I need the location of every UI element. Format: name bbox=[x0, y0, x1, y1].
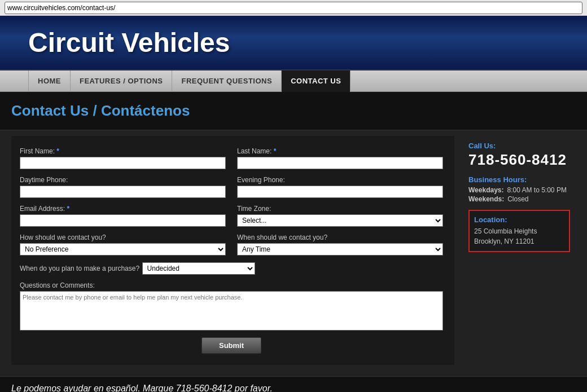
location-label: Location: bbox=[474, 215, 564, 224]
page-title: Contact Us / Contáctenos bbox=[11, 102, 190, 119]
submit-button[interactable]: Submit bbox=[201, 337, 261, 354]
hours-label: Business Hours: bbox=[468, 175, 570, 184]
evening-phone-input[interactable] bbox=[237, 186, 443, 198]
purchase-select[interactable]: Undecided Within 1 Month 1-3 Months 3-6 … bbox=[142, 262, 255, 275]
weekdays-row: Weekdays: 8:00 AM to 5:00 PM bbox=[468, 186, 570, 194]
daytime-phone-group: Daytime Phone: bbox=[20, 176, 226, 198]
first-name-group: First Name: * bbox=[20, 147, 226, 169]
address-bar[interactable] bbox=[5, 2, 582, 14]
email-tz-row: Email Address: * Time Zone: Select... bbox=[20, 205, 443, 227]
purchase-group: When do you plan to make a purchase? Und… bbox=[20, 262, 443, 275]
evening-phone-label: Evening Phone: bbox=[237, 176, 443, 184]
browser-bar bbox=[0, 0, 587, 16]
name-row: First Name: * Last Name: * bbox=[20, 147, 443, 169]
email-group: Email Address: * bbox=[20, 205, 226, 227]
phone-row: Daytime Phone: Evening Phone: bbox=[20, 176, 443, 198]
timezone-label: Time Zone: bbox=[237, 205, 443, 213]
submit-row: Submit bbox=[20, 337, 443, 354]
comments-label: Questions or Comments: bbox=[20, 281, 443, 289]
site-title: Circuit Vehicles bbox=[28, 28, 230, 58]
contact-how-group: How should we contact you? No Preference… bbox=[20, 234, 226, 256]
timezone-group: Time Zone: Select... bbox=[237, 205, 443, 227]
sidebar: Call Us: 718-560-8412 Business Hours: We… bbox=[463, 136, 576, 365]
contact-when-group: When should we contact you? Any Time Mor… bbox=[237, 234, 443, 256]
contact-when-select[interactable]: Any Time Morning Afternoon Evening bbox=[237, 243, 443, 256]
page-title-bar: Contact Us / Contáctenos bbox=[0, 92, 587, 130]
header: Circuit Vehicles bbox=[0, 16, 587, 71]
last-name-label: Last Name: * bbox=[237, 147, 443, 155]
nav-faq[interactable]: FREQUENT QUESTIONS bbox=[172, 71, 282, 92]
contact-pref-row: How should we contact you? No Preference… bbox=[20, 234, 443, 256]
address-line1: 25 Columbia Heights bbox=[474, 226, 564, 236]
email-input[interactable] bbox=[20, 214, 226, 227]
first-name-input[interactable] bbox=[20, 157, 226, 169]
evening-phone-group: Evening Phone: bbox=[237, 176, 443, 198]
nav-features[interactable]: FEATURES / OPTIONS bbox=[71, 71, 172, 92]
hours-section: Business Hours: Weekdays: 8:00 AM to 5:0… bbox=[468, 175, 570, 203]
contact-when-label: When should we contact you? bbox=[237, 234, 443, 241]
first-name-label: First Name: * bbox=[20, 147, 226, 155]
purchase-label: When do you plan to make a purchase? bbox=[20, 265, 139, 272]
location-address: 25 Columbia Heights Brooklyn, NY 11201 bbox=[474, 226, 564, 246]
nav-home[interactable]: HOME bbox=[28, 71, 71, 92]
last-name-group: Last Name: * bbox=[237, 147, 443, 169]
form-area: First Name: * Last Name: * Daytime Ph bbox=[11, 136, 454, 365]
email-label: Email Address: * bbox=[20, 205, 226, 213]
timezone-select[interactable]: Select... bbox=[237, 214, 443, 227]
navigation: HOME FEATURES / OPTIONS FREQUENT QUESTIO… bbox=[0, 71, 587, 92]
weekdays-label: Weekdays: bbox=[468, 186, 503, 194]
weekends-hours: Closed bbox=[507, 195, 528, 203]
contact-how-select[interactable]: No Preference Phone Email bbox=[20, 243, 226, 256]
nav-contact[interactable]: CONTACT US bbox=[282, 71, 351, 92]
location-box: Location: 25 Columbia Heights Brooklyn, … bbox=[468, 210, 570, 252]
content: Contact Us / Contáctenos First Name: * bbox=[0, 92, 587, 392]
daytime-phone-input[interactable] bbox=[20, 186, 226, 198]
call-us-label: Call Us: bbox=[468, 142, 570, 150]
weekends-row: Weekends: Closed bbox=[468, 195, 570, 203]
daytime-phone-label: Daytime Phone: bbox=[20, 176, 226, 184]
main-layout: First Name: * Last Name: * Daytime Ph bbox=[0, 130, 587, 376]
comments-group: Questions or Comments: bbox=[20, 281, 443, 331]
weekdays-hours: 8:00 AM to 5:00 PM bbox=[507, 186, 566, 194]
page: Circuit Vehicles HOME FEATURES / OPTIONS… bbox=[0, 16, 587, 392]
comments-textarea[interactable] bbox=[20, 291, 443, 331]
contact-how-label: How should we contact you? bbox=[20, 234, 226, 241]
footer-text: Le podemos ayudar en español. Marque 718… bbox=[11, 384, 273, 392]
phone-number: 718-560-8412 bbox=[468, 151, 570, 169]
weekends-label: Weekends: bbox=[468, 195, 504, 203]
footer-strip: Le podemos ayudar en español. Marque 718… bbox=[0, 376, 587, 392]
address-line2: Brooklyn, NY 11201 bbox=[474, 236, 564, 246]
last-name-input[interactable] bbox=[237, 157, 443, 169]
